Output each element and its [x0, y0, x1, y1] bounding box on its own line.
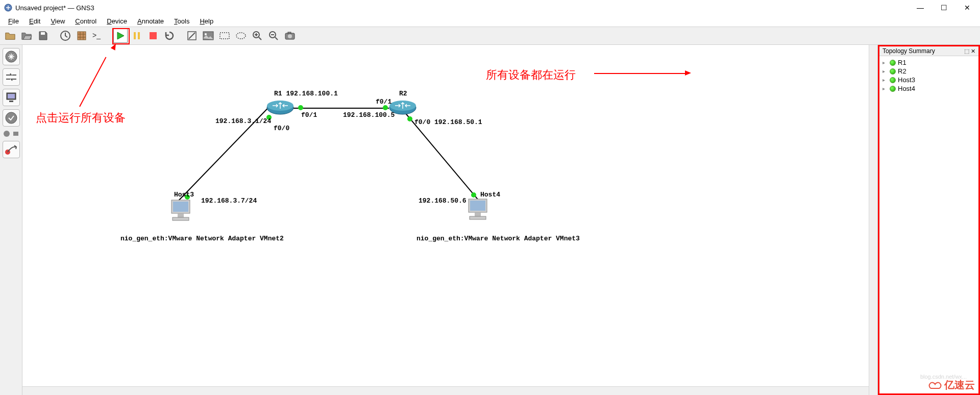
host-3[interactable]: [169, 198, 192, 223]
image-icon[interactable]: [201, 29, 215, 43]
switches-category[interactable]: [3, 68, 20, 86]
snapshot-icon[interactable]: [58, 29, 72, 43]
svg-rect-17: [288, 32, 291, 34]
status-dot-running: [890, 60, 896, 66]
if-r2-f00: f0/0 192.168.50.1: [414, 118, 482, 126]
link-dot: [383, 105, 388, 110]
topology-summary-header: Topology Summary ⬚ ✕: [879, 46, 978, 56]
host-4[interactable]: [467, 197, 489, 221]
menu-annotate[interactable]: Annotate: [132, 16, 169, 26]
topology-item[interactable]: ▸Host4: [883, 84, 975, 93]
label-host3: Host3: [174, 191, 194, 199]
status-dot-running: [890, 86, 896, 92]
grid-icon[interactable]: [75, 29, 89, 43]
svg-point-10: [205, 33, 207, 35]
screenshot-icon[interactable]: [283, 29, 297, 43]
security-category[interactable]: [3, 109, 20, 127]
annotation-click-run: 点击运行所有设备: [36, 110, 126, 126]
menu-edit[interactable]: Edit: [24, 16, 45, 26]
reload-button[interactable]: [162, 29, 177, 43]
play-button[interactable]: [113, 29, 128, 43]
topology-summary-list: ▸R1 ▸R2 ▸Host3 ▸Host4: [879, 56, 978, 95]
menu-file[interactable]: File: [3, 16, 24, 26]
watermark-text: 亿速云: [944, 378, 975, 392]
svg-rect-33: [173, 217, 189, 220]
menu-tools[interactable]: Tools: [169, 16, 194, 26]
label-r2: R2: [399, 90, 407, 97]
maximize-button[interactable]: ☐: [932, 0, 955, 15]
svg-rect-1: [41, 32, 45, 35]
topology-item[interactable]: ▸R1: [883, 58, 975, 67]
pause-button[interactable]: [130, 29, 144, 43]
ip-r2-left: 192.168.100.5: [343, 111, 395, 119]
topology-summary-title: Topology Summary: [883, 47, 935, 55]
ip-host4: 192.168.50.6: [419, 197, 467, 205]
all-devices-icon[interactable]: [3, 130, 11, 138]
ellipse-icon[interactable]: [234, 29, 248, 43]
console-icon[interactable]: >_: [91, 29, 105, 43]
link-dot: [298, 105, 303, 110]
watermark: 亿速云: [928, 378, 975, 392]
topology-item[interactable]: ▸Host3: [883, 76, 975, 84]
panel-controls[interactable]: ⬚ ✕: [964, 48, 975, 55]
rectangle-icon[interactable]: [217, 29, 232, 43]
menu-help[interactable]: Help: [194, 16, 218, 26]
svg-text:>_: >_: [92, 31, 101, 39]
note-icon[interactable]: [185, 29, 199, 43]
svg-rect-32: [178, 213, 184, 217]
svg-point-23: [4, 131, 10, 137]
host4-adapter: nio_gen_eth:VMware Network Adapter VMnet…: [416, 235, 580, 242]
topology-canvas[interactable]: R1 192.168.100.1 R2 Host3 Host4 f0/1 f0/…: [22, 45, 878, 395]
device-dock: [0, 45, 22, 395]
menu-control[interactable]: Control: [70, 16, 102, 26]
status-dot-running: [890, 68, 896, 75]
close-button[interactable]: ✕: [955, 0, 979, 15]
label-r1: R1 192.168.100.1: [274, 90, 338, 97]
browse-devices-icon[interactable]: [12, 130, 20, 138]
menu-device[interactable]: Device: [102, 16, 132, 26]
link-dot: [407, 116, 412, 121]
router-r1[interactable]: [266, 100, 294, 115]
end-devices-category[interactable]: [3, 89, 20, 106]
svg-point-22: [6, 112, 17, 124]
menu-view[interactable]: View: [45, 16, 70, 26]
routers-category[interactable]: [3, 48, 20, 65]
arrow-head: [685, 70, 691, 76]
svg-rect-21: [9, 101, 13, 102]
add-link-button[interactable]: [3, 141, 20, 158]
svg-point-16: [288, 34, 292, 38]
svg-rect-37: [470, 216, 486, 219]
play-highlight: [112, 28, 130, 44]
svg-rect-11: [220, 33, 229, 39]
zoom-in-icon[interactable]: [250, 29, 264, 43]
stop-button[interactable]: [146, 29, 160, 43]
svg-rect-7: [150, 32, 157, 39]
open-folder-icon[interactable]: [3, 29, 17, 43]
svg-rect-31: [173, 202, 188, 212]
title-bar: Unsaved project* — GNS3 — ☐ ✕: [0, 0, 980, 15]
svg-rect-24: [13, 132, 18, 136]
window-title: Unsaved project* — GNS3: [15, 4, 94, 12]
topology-item[interactable]: ▸R2: [883, 67, 975, 76]
minimize-button[interactable]: —: [909, 0, 932, 15]
status-dot-running: [890, 77, 896, 83]
open-project-icon[interactable]: [19, 29, 34, 43]
arrow-to-panel: [594, 73, 686, 74]
annotation-all-running: 所有设备都在运行: [486, 67, 576, 83]
topology-summary-panel: Topology Summary ⬚ ✕ ▸R1 ▸R2 ▸Host3 ▸Hos…: [878, 45, 980, 395]
svg-rect-6: [138, 32, 140, 39]
main-toolbar: >_: [0, 27, 980, 45]
vertical-scrollbar-thumb[interactable]: [870, 185, 876, 246]
if-r2-f01: f0/1: [376, 98, 391, 106]
if-r1-f00: f0/0: [274, 125, 289, 132]
label-host4: Host4: [480, 191, 500, 199]
save-icon[interactable]: [36, 29, 50, 43]
ip-r1-f00: 192.168.3.1/24: [215, 117, 271, 125]
zoom-out-icon[interactable]: [266, 29, 281, 43]
svg-rect-20: [8, 94, 15, 98]
if-r1-f01: f0/1: [301, 111, 317, 119]
svg-point-12: [236, 33, 246, 39]
menu-bar: File Edit View Control Device Annotate T…: [0, 15, 980, 27]
svg-rect-36: [475, 212, 481, 216]
svg-rect-3: [78, 32, 86, 40]
